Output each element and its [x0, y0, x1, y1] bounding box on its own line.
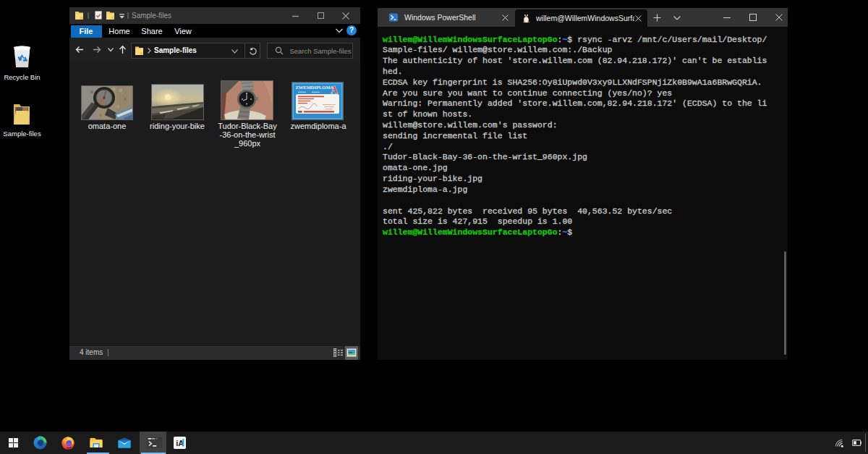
- svg-text:A: A: [331, 85, 339, 96]
- svg-text:ZWEMDIPLOMA: ZWEMDIPLOMA: [296, 85, 334, 90]
